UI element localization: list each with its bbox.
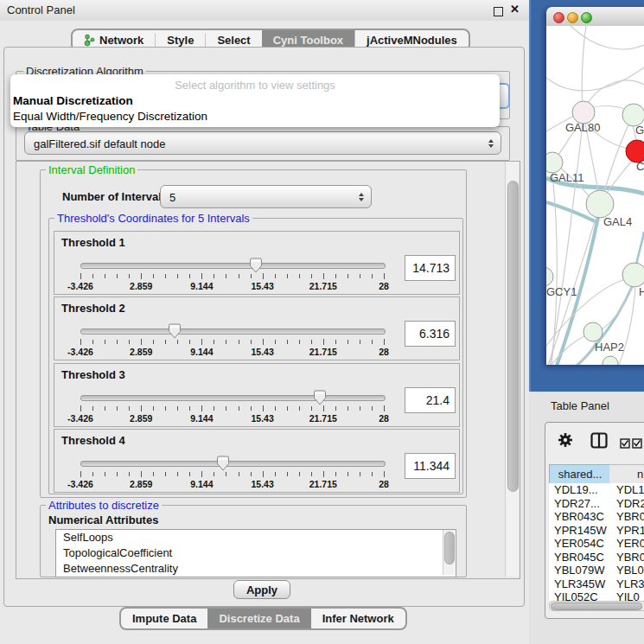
tick-mark: [384, 339, 385, 345]
gear-icon[interactable]: [558, 432, 573, 448]
split-columns-icon[interactable]: [590, 432, 608, 449]
network-edge[interactable]: [582, 26, 586, 111]
tab-discretize-data[interactable]: Discretize Data: [207, 609, 310, 628]
tick-mark: [189, 274, 190, 278]
tick-label: 9.144: [190, 413, 213, 424]
threshold-value-field[interactable]: 6.316: [405, 321, 456, 347]
tick-mark: [92, 472, 93, 476]
column-header-shared-name[interactable]: shared...: [549, 464, 611, 484]
table-row[interactable]: YPR145WYPR1: [549, 524, 644, 538]
network-node[interactable]: [583, 322, 603, 341]
slider-thumb[interactable]: [216, 456, 230, 471]
tick-mark: [360, 472, 360, 476]
shared-name-cell: YER054C: [554, 537, 604, 550]
close-traffic-light[interactable]: [553, 12, 564, 23]
network-node[interactable]: [586, 190, 614, 218]
table-panel: shared... n YDL19...YDL1YDR27...YDR2YBR0…: [545, 422, 644, 619]
tick-mark: [105, 406, 105, 411]
horizontal-scrollbar-thumb[interactable]: [551, 603, 642, 610]
num-intervals-label: Number of Intervals: [62, 190, 168, 203]
tick-mark: [348, 274, 348, 278]
tick-label: 2.859: [130, 281, 152, 291]
tick-mark: [323, 339, 324, 345]
slider-thumb[interactable]: [168, 323, 182, 339]
float-window-icon[interactable]: [494, 7, 503, 16]
network-node[interactable]: [546, 267, 553, 286]
tick-mark: [214, 340, 214, 344]
network-edge[interactable]: [604, 124, 628, 192]
table-row[interactable]: YBL079WYBL0: [549, 564, 644, 577]
apply-button[interactable]: Apply: [233, 580, 290, 599]
threshold-panel: Threshold 4 -3.4262.8599.14415.4321.7152…: [54, 429, 460, 493]
threshold-value-field[interactable]: 11.344: [405, 453, 456, 479]
num-intervals-combo[interactable]: 5: [160, 185, 372, 208]
network-window-titlebar[interactable]: [546, 7, 644, 27]
minimize-traffic-light[interactable]: [567, 12, 578, 23]
network-edge[interactable]: [546, 67, 644, 91]
tick-mark: [360, 340, 360, 344]
network-edge[interactable]: [636, 232, 644, 265]
tick-mark: [201, 471, 202, 477]
dropdown-option-equal-width[interactable]: Equal Width/Frequency Discretization: [13, 110, 207, 123]
attributes-listbox[interactable]: SelfLoopsTopologicalCoefficientBetweenne…: [55, 529, 456, 577]
network-node[interactable]: [546, 152, 563, 173]
tick-mark: [129, 274, 130, 278]
algorithm-dropdown-popup: Select algorithm to view settings Manual…: [10, 74, 500, 127]
tick-mark: [239, 472, 239, 476]
threshold-value-field[interactable]: 21.4: [405, 387, 456, 413]
shared-name-cell: YIL052C: [554, 590, 598, 601]
tick-mark: [214, 472, 214, 476]
dropdown-option-manual[interactable]: Manual Discretization: [13, 94, 133, 107]
attribute-list-item[interactable]: SelfLoops: [56, 530, 456, 545]
slider-track[interactable]: [80, 395, 386, 401]
network-edge[interactable]: [576, 341, 596, 365]
close-icon[interactable]: ✕: [510, 3, 520, 16]
slider-thumb[interactable]: [249, 258, 263, 273]
tab-infer-network[interactable]: Infer Network: [311, 609, 405, 628]
tick-label: 21.715: [309, 281, 337, 291]
threshold-panel: Threshold 2 -3.4262.8599.14415.4321.7152…: [54, 296, 460, 360]
table-row[interactable]: YBR043CYBR0: [549, 510, 644, 524]
vertical-scrollbar-thumb[interactable]: [507, 181, 519, 492]
tick-mark: [311, 340, 312, 344]
table-row[interactable]: YBR045CYBR0: [549, 551, 644, 564]
column-header-name[interactable]: n: [609, 464, 644, 484]
tick-mark: [323, 405, 324, 411]
threshold-panel: Threshold 3 -3.4262.8599.14415.4321.7152…: [54, 363, 460, 427]
control-panel-title: Control Panel: [7, 3, 75, 16]
slider-track[interactable]: [80, 461, 386, 467]
slider-thumb[interactable]: [313, 390, 327, 405]
name-cell: YDL1: [616, 483, 644, 496]
network-node[interactable]: [603, 356, 618, 365]
tick-label: 21.715: [309, 479, 337, 489]
tick-label: -3.426: [67, 413, 93, 424]
list-scrollbar[interactable]: [443, 530, 455, 575]
network-edge[interactable]: [571, 26, 644, 49]
table-row[interactable]: YER054CYER0: [549, 537, 644, 551]
zoom-traffic-light[interactable]: [581, 12, 592, 23]
name-cell: YBR0: [616, 551, 644, 564]
table-row[interactable]: YDL19...YDL1: [549, 483, 644, 497]
threshold-title: Threshold 4: [61, 434, 125, 447]
tab-impute-data[interactable]: Impute Data: [121, 609, 207, 628]
tick-label: 9.144: [190, 347, 213, 357]
checkbox-icons[interactable]: [620, 438, 644, 449]
tick-mark: [275, 472, 276, 476]
tick-label: 9.144: [190, 281, 213, 291]
table-data-combo[interactable]: galFiltered.sif default node: [24, 131, 501, 155]
horizontal-scrollbar[interactable]: [549, 601, 644, 611]
list-scrollbar-thumb[interactable]: [444, 532, 455, 564]
slider-track[interactable]: [80, 328, 386, 335]
table-row[interactable]: YDR27...YDR2: [549, 497, 644, 511]
shared-name-cell: YBL079W: [554, 564, 605, 577]
attribute-list-item[interactable]: TopologicalCoefficient: [56, 545, 456, 561]
slider-track[interactable]: [80, 263, 386, 269]
tick-mark: [287, 274, 288, 278]
threshold-value-field[interactable]: 14.713: [405, 255, 456, 281]
network-canvas[interactable]: GAL80GCGAL11GAL4GCY1HHAP2: [546, 26, 644, 365]
table-row[interactable]: YIL052CYIL0: [549, 590, 644, 601]
network-node[interactable]: [622, 263, 644, 287]
attribute-list-item[interactable]: BetweennessCentrality: [56, 561, 456, 577]
table-row[interactable]: YLR345WYLR3: [549, 577, 644, 591]
vertical-scrollbar[interactable]: [505, 162, 519, 577]
